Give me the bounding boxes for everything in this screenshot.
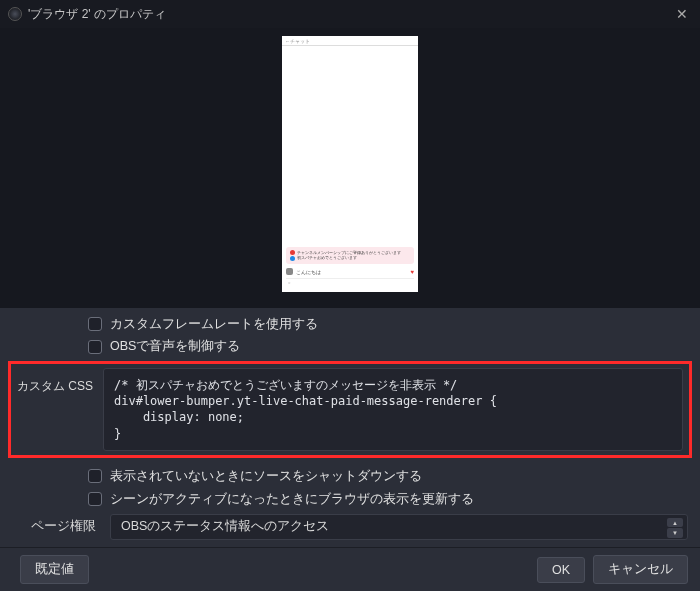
heart-icon: ♥ <box>410 269 414 275</box>
cancel-button[interactable]: キャンセル <box>593 555 688 584</box>
custom-css-code[interactable]: /* 初スパチャおめでとうございますのメッセージを非表示 */ div#lowe… <box>114 377 672 442</box>
control-audio-row: OBSで音声を制御する <box>88 338 688 355</box>
page-permission-row: ページ権限 OBSのステータス情報へのアクセス ▲ ▼ <box>12 514 688 540</box>
page-permission-label: ページ権限 <box>12 518 110 535</box>
titlebar: 'ブラウザ 2' のプロパティ ✕ <box>0 0 700 28</box>
form-area: カスタムフレームレートを使用する OBSで音声を制御する カスタム CSS /*… <box>0 308 700 547</box>
close-icon[interactable]: ✕ <box>672 4 692 24</box>
custom-css-highlight: カスタム CSS /* 初スパチャおめでとうございますのメッセージを非表示 */… <box>8 361 692 458</box>
custom-css-input[interactable]: /* 初スパチャおめでとうございますのメッセージを非表示 */ div#lowe… <box>103 368 683 451</box>
defaults-button[interactable]: 既定値 <box>20 555 89 584</box>
custom-framerate-checkbox[interactable] <box>88 317 102 331</box>
page-permission-select[interactable]: OBSのステータス情報へのアクセス ▲ ▼ <box>110 514 688 540</box>
control-audio-label: OBSで音声を制御する <box>110 338 240 355</box>
refresh-on-active-checkbox[interactable] <box>88 492 102 506</box>
preview-chat-area: チャンネルメンバーシップにご登録ありがとうございます 初スパチャおめでとうござい… <box>286 247 414 286</box>
shutdown-source-row: 表示されていないときにソースをシャットダウンする <box>88 468 688 485</box>
shutdown-source-checkbox[interactable] <box>88 469 102 483</box>
select-spinner[interactable]: ▲ ▼ <box>667 518 683 538</box>
page-permission-value: OBSのステータス情報へのアクセス <box>121 518 329 535</box>
preview-chat-message: こんにちは ♥ <box>286 268 414 275</box>
dialog-footer: 既定値 OK キャンセル <box>0 547 700 591</box>
chevron-up-icon[interactable]: ▲ <box>667 518 683 528</box>
refresh-on-active-row: シーンがアクティブになったときにブラウザの表示を更新する <box>88 491 688 508</box>
preview-msg1-line2: 初スパチャおめでとうございます <box>297 255 357 260</box>
preview-header: ← チャット <box>282 36 418 46</box>
shutdown-source-label: 表示されていないときにソースをシャットダウンする <box>110 468 422 485</box>
red-dot-icon <box>290 250 295 255</box>
preview-header-text: チャット <box>290 38 310 44</box>
avatar-icon <box>286 268 293 275</box>
blue-dot-icon <box>290 256 295 261</box>
chevron-down-icon[interactable]: ▼ <box>667 528 683 538</box>
browser-preview: ← チャット チャンネルメンバーシップにご登録ありがとうございます 初スパチャお… <box>282 36 418 292</box>
dialog-content: ← チャット チャンネルメンバーシップにご登録ありがとうございます 初スパチャお… <box>0 28 700 547</box>
control-audio-checkbox[interactable] <box>88 340 102 354</box>
custom-framerate-row: カスタムフレームレートを使用する <box>88 316 688 332</box>
preview-footer-text: ○ <box>288 280 290 285</box>
ok-button[interactable]: OK <box>537 557 585 583</box>
preview-footer: ○ <box>286 278 414 286</box>
preview-msg1-line1: チャンネルメンバーシップにご登録ありがとうございます <box>297 250 401 255</box>
preview-paid-message: チャンネルメンバーシップにご登録ありがとうございます 初スパチャおめでとうござい… <box>286 247 414 264</box>
refresh-on-active-label: シーンがアクティブになったときにブラウザの表示を更新する <box>110 491 474 508</box>
window-title: 'ブラウザ 2' のプロパティ <box>28 6 166 23</box>
preview-area: ← チャット チャンネルメンバーシップにご登録ありがとうございます 初スパチャお… <box>0 28 700 308</box>
custom-framerate-label: カスタムフレームレートを使用する <box>110 316 318 332</box>
preview-msg2-text: こんにちは <box>296 269 321 275</box>
obs-logo-icon <box>8 7 22 21</box>
custom-css-label: カスタム CSS <box>17 368 103 395</box>
